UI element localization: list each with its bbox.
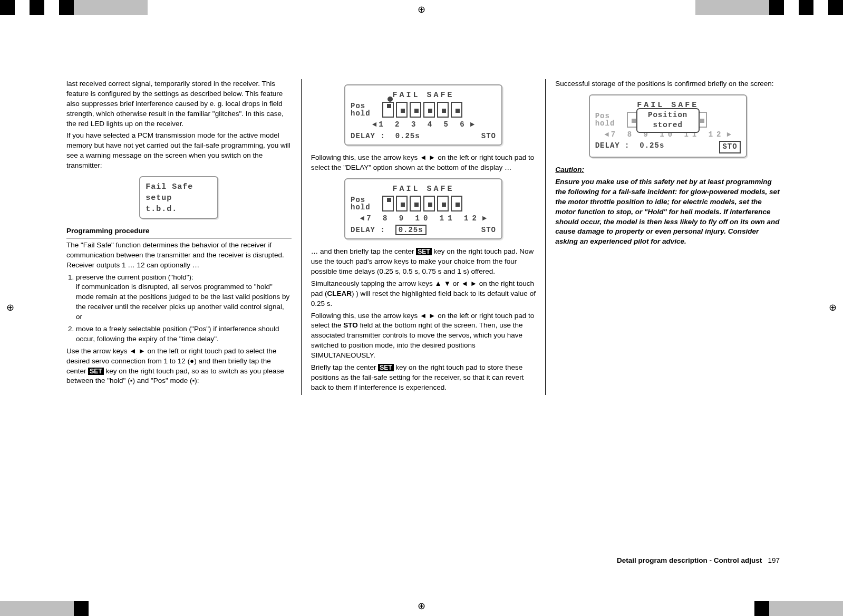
registration-mark-right: ⊕ [829,301,837,314]
set-key: SET [378,364,393,371]
list-item: move to a freely selectable position ("P… [76,324,292,344]
caution-body: Ensure you make use of this safety net b… [555,177,780,247]
para: Simultaneously tapping the arrow keys ▲ … [311,279,536,309]
lcd-line: setup [146,192,212,204]
para: If you have selected a PCM transmission … [66,131,292,171]
text: Briefly tap the center [311,363,379,371]
ordered-list: preserve the current position ("hold"): … [76,273,292,344]
lcd-delay: DELAY : 0.25s [351,131,420,142]
servo-icon [382,196,394,211]
page-content: last received correct signal, temporaril… [57,79,790,395]
list-text: preserve the current position ("hold"): [76,273,193,281]
servo-icon [396,196,408,211]
servo-icon [410,102,421,118]
para: Following this, use the arrow keys ◄ ► o… [311,311,536,361]
column-1: last received correct signal, temporaril… [57,79,301,395]
lcd-label: hold [351,110,382,117]
para: … and then briefly tap the center SET ke… [311,247,536,277]
lcd-failsafe-stored: FAIL SAFE Position stored Pos hold [589,94,747,158]
servo-icon [396,102,408,118]
servo-icon [451,102,462,118]
popup-line: stored [641,120,695,131]
lcd-delay: DELAY : 0.25s [595,141,665,153]
servo-icon [437,102,449,118]
servo-track [382,195,496,213]
lcd-warning: Fail Safe setup t.b.d. [139,176,218,219]
lcd-sto: STO [481,131,496,142]
sto-key: STO [343,321,358,329]
lcd-sto: STO [719,141,740,153]
list-item: preserve the current position ("hold"): … [76,273,292,322]
para: Use the arrow keys ◄ ► on the left or ri… [66,346,292,387]
lcd-axis: ◄1 2 3 4 5 6► [351,120,496,130]
lcd-label: hold [595,120,627,127]
lcd-axis: ◄7 8 9 10 11 12► [351,214,496,224]
lcd-sto: STO [481,225,496,236]
para: The "Fail Safe" function determines the … [66,240,292,271]
servo-icon [410,196,421,211]
servo-icon [437,196,449,211]
para: last received correct signal, temporaril… [66,79,292,129]
lcd-label: Pos [595,112,627,120]
lcd-line: Fail Safe [146,181,212,192]
lcd-label: Pos [351,102,382,110]
servo-icon [423,102,435,118]
lcd-label: hold [351,204,382,211]
para: Briefly tap the center SET key on the ri… [311,363,536,393]
servo-track [382,101,496,119]
set-key: SET [416,248,431,255]
heading: Programming procedure [66,226,292,238]
column-2: FAIL SAFE Pos hold ◄1 2 3 4 5 6► DELAY : [301,79,546,395]
footer-label: Detail program description - Control adj… [617,556,762,564]
popup-position-stored: Position stored [636,108,700,133]
lcd-delay: DELAY : 0.25s [351,225,427,236]
servo-icon [423,196,435,211]
lcd-failsafe-1: FAIL SAFE Pos hold ◄1 2 3 4 5 6► DELAY : [344,84,502,146]
bottom-color-bar [0,601,843,616]
lcd-line: t.b.d. [146,204,212,215]
registration-mark-left: ⊕ [6,301,14,314]
lcd-title: FAIL SAFE [351,184,496,195]
lcd-failsafe-2: FAIL SAFE Pos hold ◄7 8 9 10 11 12► DELA… [344,178,502,239]
caution-heading: Caution: [555,165,780,175]
popup-line: Position [641,110,695,121]
set-key: SET [88,368,103,375]
text: … and then briefly tap the center [311,247,416,255]
para: Successful storage of the positions is c… [555,79,780,89]
para: Following this, use the arrow keys ◄ ► o… [311,153,536,173]
list-subtext: if communication is disrupted, all servo… [76,282,292,322]
lcd-label: Pos [351,196,382,204]
lcd-title: FAIL SAFE [351,90,496,101]
registration-mark-top: ⊕ [418,3,425,16]
servo-icon [382,102,394,118]
column-3: Successful storage of the positions is c… [545,79,790,395]
clear-key: CLEAR [327,290,352,297]
servo-icon [451,196,462,211]
page-footer: Detail program description - Control adj… [617,556,780,566]
page-number: 197 [768,556,780,564]
